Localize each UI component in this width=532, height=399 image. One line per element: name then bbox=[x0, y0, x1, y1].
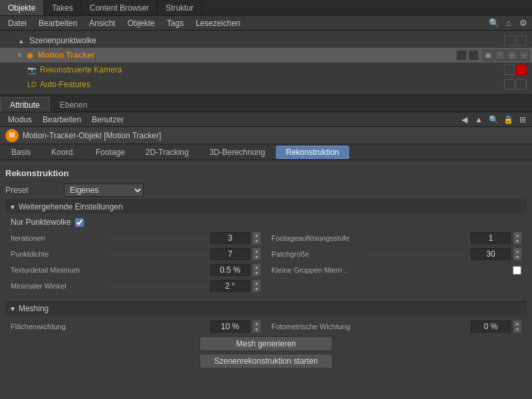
minimaler-winkel-up[interactable]: ▲ bbox=[253, 280, 261, 286]
footageaufloesung-up[interactable]: ▲ bbox=[513, 232, 521, 238]
cam-vis-1[interactable] bbox=[504, 65, 515, 75]
patchgroesse-down[interactable]: ▼ bbox=[513, 254, 521, 260]
home-icon[interactable]: ⌂ bbox=[503, 17, 515, 29]
tree-item-auto-features[interactable]: LO Auto-Features bbox=[0, 77, 532, 92]
tab-content-browser[interactable]: Content Browser bbox=[82, 0, 158, 15]
iterationen-spinner: ▲ ▼ bbox=[253, 232, 261, 244]
menu-tags[interactable]: Tags bbox=[162, 16, 189, 30]
szenenrekonstruktion-button[interactable]: Szenenrekonstruktion starten bbox=[200, 354, 332, 368]
minimaler-winkel-spinner: ▲ ▼ bbox=[253, 280, 261, 292]
flaechenwichtung-spinner: ▲ ▼ bbox=[253, 321, 261, 332]
punktdichte-down[interactable]: ▼ bbox=[253, 254, 261, 260]
punktdichte-input[interactable] bbox=[210, 248, 250, 260]
attr-menu-benutzer[interactable]: Benutzer bbox=[86, 112, 129, 127]
flaechenwichtung-up[interactable]: ▲ bbox=[253, 321, 261, 327]
mt-icon-a[interactable]: ▣ bbox=[483, 50, 493, 61]
menu-ansicht[interactable]: Ansicht bbox=[84, 16, 120, 30]
menu-objekte[interactable]: Objekte bbox=[122, 16, 160, 30]
preset-label: Preset bbox=[5, 186, 59, 195]
search-attr-icon[interactable]: 🔍 bbox=[487, 114, 500, 126]
search-icon[interactable]: 🔍 bbox=[488, 17, 500, 29]
preset-select[interactable]: Eigenes Standard Schnell Präzise bbox=[64, 184, 144, 197]
minimaler-winkel-down[interactable]: ▼ bbox=[253, 286, 261, 292]
vis-icon-1[interactable] bbox=[504, 35, 515, 46]
mt-vis-1[interactable] bbox=[456, 50, 467, 61]
patchgroesse-row: Patchgröße ▲ ▼ bbox=[271, 247, 521, 261]
tree-item-szenenpunktwolke[interactable]: ▲ Szenenpunktwolke bbox=[0, 33, 532, 48]
texturdetail-down[interactable]: ▼ bbox=[253, 270, 261, 276]
menu-lesezeichen[interactable]: Lesezeichen bbox=[190, 16, 245, 30]
subtab-3d-berechnung[interactable]: 3D-Berechnung bbox=[200, 146, 275, 159]
advanced-section-header[interactable]: ▼ Weitergehende Einstellungen bbox=[5, 200, 527, 213]
advanced-section-body: Nur Punktewolke Iterationen ▲ ▼ Fo bbox=[5, 213, 527, 300]
patchgroesse-input[interactable] bbox=[471, 248, 511, 260]
attr-menu-bearbeiten[interactable]: Bearbeiten bbox=[37, 112, 86, 127]
subtab-rekonstruktion[interactable]: Rekonstruktion bbox=[276, 146, 349, 159]
patchgroesse-up[interactable]: ▲ bbox=[513, 248, 521, 254]
subtab-basis[interactable]: Basis bbox=[1, 146, 41, 159]
meshing-section-header[interactable]: ▼ Meshing bbox=[5, 302, 527, 315]
tab-attribute[interactable]: Attribute bbox=[0, 97, 50, 112]
attr-menu-modus[interactable]: Modus bbox=[3, 112, 37, 127]
footageaufloesung-input[interactable] bbox=[471, 232, 511, 244]
lock-icon[interactable]: 🔒 bbox=[501, 114, 515, 126]
af-vis-2[interactable] bbox=[516, 79, 527, 90]
mt-icon-b[interactable]: ⚐ bbox=[495, 50, 505, 61]
vis-icon-2[interactable] bbox=[516, 35, 527, 46]
tab-ebenen[interactable]: Ebenen bbox=[50, 97, 97, 112]
punktdichte-label: Punktdichte bbox=[11, 250, 106, 258]
minimaler-winkel-label: Minimaler Winkel bbox=[11, 282, 106, 290]
extra-icon[interactable]: ⊞ bbox=[516, 114, 529, 126]
texturdetail-input[interactable] bbox=[210, 264, 250, 276]
mt-icon-d[interactable]: ⊹ bbox=[519, 50, 529, 61]
subtab-koord[interactable]: Koord. bbox=[41, 146, 84, 159]
minimaler-winkel-input[interactable] bbox=[210, 280, 250, 292]
iterationen-input[interactable] bbox=[210, 232, 250, 244]
iterationen-up[interactable]: ▲ bbox=[253, 232, 261, 238]
patchgroesse-label: Patchgröße bbox=[271, 250, 367, 258]
collapse-arrow: ▼ bbox=[9, 203, 16, 211]
tab-struktur[interactable]: Struktur bbox=[158, 0, 202, 15]
flaechenwichtung-input[interactable] bbox=[210, 321, 250, 332]
flaechenwichtung-down[interactable]: ▼ bbox=[253, 327, 261, 332]
camera-icon: 📷 bbox=[27, 65, 37, 75]
mt-icon-c[interactable]: ◎ bbox=[507, 50, 517, 61]
menu-datei[interactable]: Datei bbox=[3, 16, 32, 30]
footageaufloesung-down[interactable]: ▼ bbox=[513, 238, 521, 244]
fotometrische-wichtung-row: Fotometrische Wichtung ▲ ▼ bbox=[271, 319, 521, 334]
iterationen-dots bbox=[110, 238, 206, 239]
kleine-gruppen-checkbox[interactable] bbox=[513, 266, 521, 275]
texturdetail-spinner: ▲ ▼ bbox=[253, 264, 261, 276]
menu-bar: Datei Bearbeiten Ansicht Objekte Tags Le… bbox=[0, 16, 532, 31]
param-grid: Iterationen ▲ ▼ Footageauflösungsstufe ▲… bbox=[11, 231, 521, 293]
texturdetail-row: Texturdetail Minimum ▲ ▼ bbox=[11, 263, 261, 277]
mesh-generieren-button[interactable]: Mesh generieren bbox=[200, 336, 332, 351]
arrow-left-icon[interactable]: ◀ bbox=[458, 114, 471, 126]
mt-object-header: M Motion-Tracker-Objekt [Motion Tracker] bbox=[0, 127, 532, 144]
iterationen-down[interactable]: ▼ bbox=[253, 238, 261, 244]
menu-bearbeiten[interactable]: Bearbeiten bbox=[33, 16, 82, 30]
nur-punktewolke-checkbox[interactable] bbox=[75, 218, 84, 227]
kleine-gruppen-label: Kleine Gruppen filtern .. bbox=[271, 266, 510, 274]
settings-icon[interactable]: ⚙ bbox=[517, 17, 529, 29]
expand-icon-mt: ▼ bbox=[16, 51, 23, 59]
fotometrische-wichtung-down[interactable]: ▼ bbox=[513, 327, 521, 332]
tab-objekte[interactable]: Objekte bbox=[0, 0, 44, 15]
mt-vis-2[interactable] bbox=[468, 50, 479, 61]
tab-takes[interactable]: Takes bbox=[44, 0, 81, 15]
fotometrische-wichtung-input[interactable] bbox=[471, 321, 511, 332]
texturdetail-up[interactable]: ▲ bbox=[253, 264, 261, 270]
tree-item-kamera[interactable]: 📷 Rekonstruierte Kamera bbox=[0, 63, 532, 77]
punktdichte-spinner: ▲ ▼ bbox=[253, 248, 261, 260]
arrow-up-icon[interactable]: ▲ bbox=[472, 114, 485, 126]
cam-vis-2[interactable] bbox=[516, 65, 527, 75]
af-vis-1[interactable] bbox=[504, 79, 515, 90]
subtab-2d-tracking[interactable]: 2D-Tracking bbox=[136, 146, 199, 159]
fotometrische-wichtung-up[interactable]: ▲ bbox=[513, 321, 521, 327]
footageaufloesung-spinner: ▲ ▼ bbox=[513, 232, 521, 244]
subtab-footage[interactable]: Footage bbox=[86, 146, 135, 159]
punktdichte-up[interactable]: ▲ bbox=[253, 248, 261, 254]
flaechenwichtung-row: Flächenwichtung ▲ ▼ bbox=[11, 319, 261, 334]
features-icon: LO bbox=[27, 79, 37, 90]
tree-item-motion-tracker[interactable]: ▼ ◉ Motion Tracker ▣ ⚐ ◎ ⊹ bbox=[0, 48, 532, 63]
